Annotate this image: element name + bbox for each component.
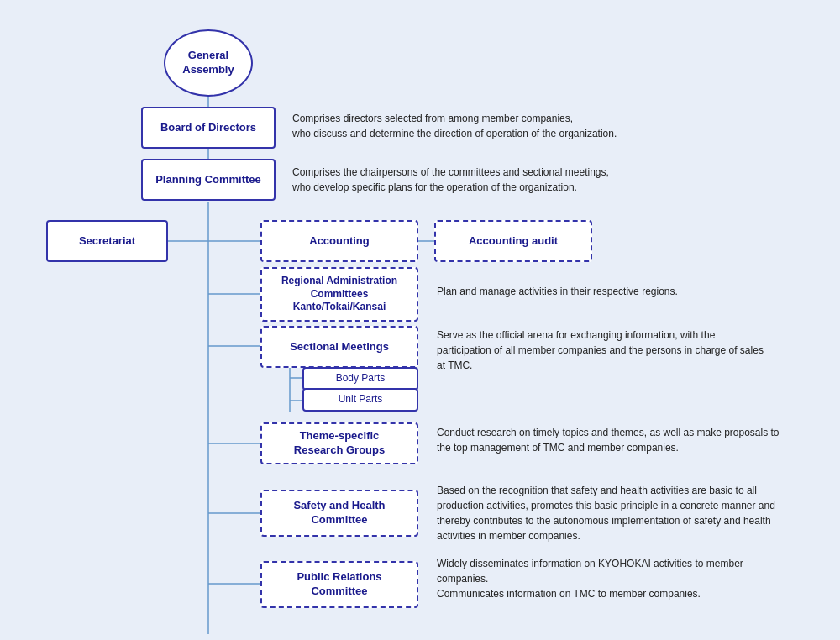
general-assembly-node: GeneralAssembly — [164, 29, 253, 97]
sectional-meetings-description: Serve as the official arena for exchangi… — [437, 328, 773, 373]
planning-committee-node: Planning Committee — [141, 159, 276, 201]
secretariat-node: Secretariat — [46, 220, 168, 262]
board-of-directors-description: Comprises directors selected from among … — [292, 111, 645, 141]
unit-parts-node: Unit Parts — [302, 388, 418, 412]
public-relations-description: Widely disseminates information on KYOHO… — [437, 556, 806, 601]
theme-specific-description: Conduct research on timely topics and th… — [437, 425, 806, 455]
safety-health-description: Based on the recognition that safety and… — [437, 483, 806, 543]
safety-health-node: Safety and HealthCommittee — [260, 490, 418, 537]
planning-committee-description: Comprises the chairpersons of the commit… — [292, 165, 654, 195]
connector-lines — [0, 0, 840, 640]
sectional-meetings-node: Sectional Meetings — [260, 326, 418, 368]
diagram-container: GeneralAssembly Board of Directors Compr… — [0, 0, 840, 640]
accounting-audit-node: Accounting audit — [434, 220, 592, 262]
body-parts-node: Body Parts — [302, 367, 418, 391]
public-relations-node: Public RelationsCommittee — [260, 561, 418, 608]
regional-admin-description: Plan and manage activities in their resp… — [437, 284, 756, 299]
regional-admin-node: Regional AdministrationCommitteesKanto/T… — [260, 267, 418, 322]
accounting-node: Accounting — [260, 220, 418, 262]
board-of-directors-node: Board of Directors — [141, 107, 276, 149]
theme-specific-node: Theme-specificResearch Groups — [260, 422, 418, 464]
